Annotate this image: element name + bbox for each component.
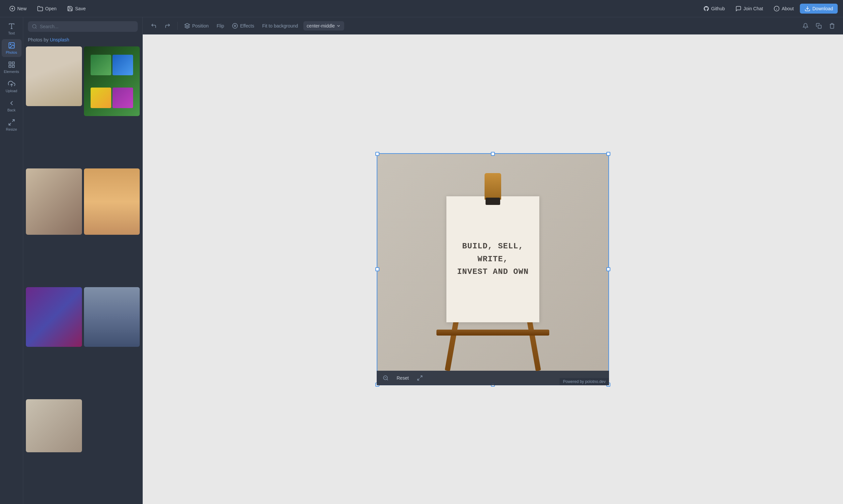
chevron-down-icon	[336, 23, 341, 28]
zoom-fit-button[interactable]	[415, 373, 425, 383]
zoom-out-button[interactable]	[381, 373, 391, 383]
new-button[interactable]: New	[5, 4, 31, 14]
position-button[interactable]: Position	[182, 21, 211, 31]
photo-item[interactable]	[26, 168, 82, 235]
main-area: Text Photos Elements Upload Back Resize	[0, 17, 843, 504]
github-icon	[703, 6, 709, 12]
photos-panel: Photos by Unsplash	[23, 17, 143, 504]
svg-point-19	[233, 23, 238, 28]
undo-icon	[151, 23, 157, 29]
svg-point-16	[33, 24, 36, 28]
svg-rect-12	[8, 65, 11, 67]
redo-icon	[165, 23, 171, 29]
sidebar-item-photos[interactable]: Photos	[2, 39, 21, 57]
sidebar-item-back[interactable]: Back	[2, 97, 21, 115]
duplicate-button[interactable]	[813, 21, 824, 31]
sidebar-item-resize[interactable]: Resize	[2, 116, 21, 134]
svg-line-17	[35, 28, 36, 29]
easel-ledge	[436, 329, 549, 336]
svg-rect-11	[12, 65, 14, 67]
photos-header	[23, 17, 142, 35]
svg-line-14	[12, 120, 14, 122]
canvas-wrapper: BUILD, SELL, WRITE, INVEST AND OWN	[143, 35, 843, 504]
fit-to-background-button[interactable]: Fit to background	[260, 21, 301, 31]
text-icon	[8, 22, 15, 30]
svg-line-23	[386, 379, 388, 380]
photo-item[interactable]	[26, 47, 82, 106]
redo-button[interactable]	[162, 21, 173, 31]
upload-icon	[8, 80, 15, 88]
easel-board: BUILD, SELL, WRITE, INVEST AND OWN	[446, 196, 539, 322]
info-icon	[774, 6, 780, 12]
sidebar-item-upload[interactable]: Upload	[2, 77, 21, 95]
new-icon	[9, 6, 15, 12]
undo-button[interactable]	[148, 21, 159, 31]
top-navigation: New Open Save Github Join Chat About Dow…	[0, 0, 843, 17]
effects-button[interactable]: Effects	[229, 21, 257, 31]
easel-clip	[485, 198, 500, 205]
easel-top-peg	[485, 173, 501, 200]
zoom-fit-icon	[417, 375, 423, 381]
nav-right-group: Github Join Chat About Download	[699, 4, 838, 14]
delete-button[interactable]	[826, 21, 838, 31]
svg-rect-10	[12, 62, 14, 64]
about-button[interactable]: About	[769, 4, 798, 14]
sidebar-item-elements[interactable]: Elements	[2, 58, 21, 76]
bell-icon	[803, 23, 808, 29]
svg-marker-18	[185, 23, 190, 26]
search-box	[28, 21, 138, 32]
photo-item[interactable]	[84, 47, 140, 116]
nav-left-group: New Open Save	[5, 4, 90, 14]
content-area: Position Flip Effects Fit to background …	[143, 17, 843, 504]
svg-rect-9	[8, 62, 11, 64]
copy-icon	[816, 23, 822, 29]
effects-icon	[232, 23, 238, 29]
search-icon	[32, 24, 37, 29]
svg-point-20	[234, 25, 236, 26]
layers-icon	[184, 23, 190, 29]
search-input[interactable]	[40, 24, 134, 29]
canvas-container: BUILD, SELL, WRITE, INVEST AND OWN	[377, 153, 609, 385]
save-icon	[67, 6, 73, 12]
download-button[interactable]: Download	[800, 4, 838, 14]
save-button[interactable]: Save	[63, 4, 90, 14]
polotno-credit: Powered by polotno.dev	[560, 378, 609, 385]
photo-item[interactable]	[84, 287, 140, 347]
photo-item[interactable]	[84, 168, 140, 235]
back-icon	[8, 100, 15, 107]
toolbar: Position Flip Effects Fit to background …	[143, 17, 843, 35]
svg-line-15	[8, 123, 11, 125]
unsplash-link[interactable]: Unsplash	[50, 37, 69, 42]
github-button[interactable]: Github	[699, 4, 729, 14]
canvas-image[interactable]: BUILD, SELL, WRITE, INVEST AND OWN	[377, 153, 609, 385]
join-chat-button[interactable]: Join Chat	[731, 4, 768, 14]
photo-item[interactable]	[26, 287, 82, 347]
sidebar-item-text[interactable]: Text	[2, 20, 21, 38]
canvas-text: BUILD, SELL, WRITE, INVEST AND OWN	[446, 233, 539, 285]
download-icon	[805, 6, 810, 12]
trash-icon	[829, 23, 835, 29]
flip-button[interactable]: Flip	[214, 21, 227, 31]
easel-structure: BUILD, SELL, WRITE, INVEST AND OWN	[423, 166, 563, 372]
open-button[interactable]: Open	[33, 4, 61, 14]
folder-icon	[37, 6, 43, 12]
svg-rect-21	[818, 25, 822, 28]
resize-icon	[8, 119, 15, 126]
reset-button[interactable]: Reset	[393, 374, 412, 382]
sidebar-icons: Text Photos Elements Upload Back Resize	[0, 17, 23, 504]
toolbar-right	[800, 21, 838, 31]
photos-grid	[23, 45, 142, 504]
elements-icon	[8, 61, 15, 68]
photos-title: Photos by Unsplash	[23, 35, 142, 45]
align-select[interactable]: center-middle	[303, 21, 344, 31]
svg-point-8	[10, 44, 11, 45]
zoom-out-icon	[383, 375, 389, 381]
toolbar-divider	[177, 22, 177, 30]
notification-button[interactable]	[800, 21, 811, 31]
chat-icon	[736, 6, 741, 12]
photos-icon	[8, 42, 15, 49]
photo-item[interactable]	[26, 399, 82, 452]
easel-background: BUILD, SELL, WRITE, INVEST AND OWN	[377, 153, 609, 385]
